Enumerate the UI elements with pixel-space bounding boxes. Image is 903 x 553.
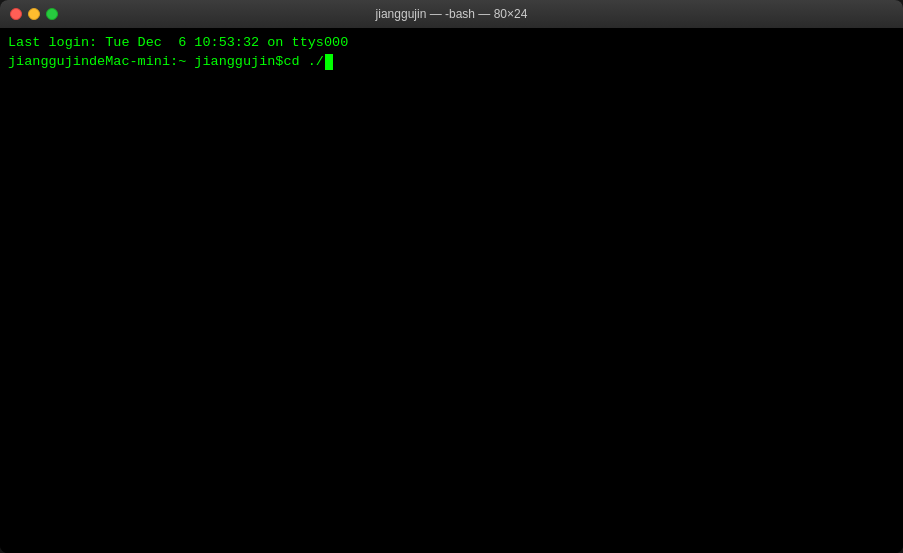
terminal-window: jianggujin — -bash — 80×24 Last login: T… [0,0,903,553]
prompt-line: jianggujindeMac-mini:~ jianggujin$ cd ./ [8,53,895,72]
close-button[interactable] [10,8,22,20]
traffic-lights [10,8,58,20]
cursor [325,54,333,70]
terminal-content[interactable]: Last login: Tue Dec 6 10:53:32 on ttys00… [0,28,903,553]
last-login-line: Last login: Tue Dec 6 10:53:32 on ttys00… [8,34,895,53]
titlebar: jianggujin — -bash — 80×24 [0,0,903,28]
command-text: cd ./ [283,53,324,72]
minimize-button[interactable] [28,8,40,20]
window-title: jianggujin — -bash — 80×24 [376,7,528,21]
prompt-text: jianggujindeMac-mini:~ jianggujin$ [8,53,283,72]
maximize-button[interactable] [46,8,58,20]
